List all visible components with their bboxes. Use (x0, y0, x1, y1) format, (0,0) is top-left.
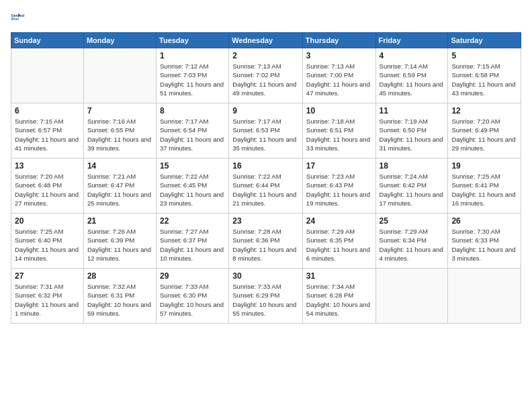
day-info: Sunrise: 7:24 AM Sunset: 6:42 PM Dayligh… (380, 172, 445, 208)
day-cell: 23Sunrise: 7:28 AM Sunset: 6:36 PM Dayli… (229, 214, 303, 269)
day-cell: 15Sunrise: 7:22 AM Sunset: 6:45 PM Dayli… (157, 158, 229, 214)
day-number: 18 (380, 161, 445, 171)
day-number: 29 (160, 271, 225, 281)
day-cell: 30Sunrise: 7:33 AM Sunset: 6:29 PM Dayli… (229, 269, 303, 324)
day-cell: 16Sunrise: 7:22 AM Sunset: 6:44 PM Dayli… (229, 158, 303, 214)
day-cell: 24Sunrise: 7:29 AM Sunset: 6:35 PM Dayli… (302, 214, 375, 269)
day-number: 22 (160, 216, 225, 226)
week-row-4: 27Sunrise: 7:31 AM Sunset: 6:32 PM Dayli… (11, 269, 521, 324)
day-number: 5 (451, 51, 517, 60)
day-info: Sunrise: 7:17 AM Sunset: 6:53 PM Dayligh… (232, 117, 299, 152)
day-info: Sunrise: 7:22 AM Sunset: 6:44 PM Dayligh… (232, 172, 299, 208)
day-number: 14 (87, 161, 152, 171)
day-cell: 2Sunrise: 7:13 AM Sunset: 7:02 PM Daylig… (229, 48, 303, 103)
day-cell: 6Sunrise: 7:15 AM Sunset: 6:57 PM Daylig… (11, 103, 84, 158)
day-info: Sunrise: 7:31 AM Sunset: 6:32 PM Dayligh… (15, 282, 80, 318)
header-cell-friday: Friday (375, 33, 448, 48)
day-cell: 29Sunrise: 7:33 AM Sunset: 6:30 PM Dayli… (157, 269, 229, 324)
logo-icon: General Blue (11, 8, 30, 27)
day-cell (448, 269, 521, 324)
header-cell-sunday: Sunday (11, 33, 84, 48)
day-cell: 3Sunrise: 7:13 AM Sunset: 7:00 PM Daylig… (302, 48, 375, 103)
day-number: 10 (306, 106, 372, 116)
day-cell (375, 269, 448, 324)
day-number: 25 (380, 216, 445, 226)
day-cell (83, 48, 156, 103)
day-info: Sunrise: 7:18 AM Sunset: 6:51 PM Dayligh… (306, 117, 372, 152)
day-number: 23 (232, 216, 299, 226)
day-number: 28 (87, 271, 152, 281)
day-number: 26 (451, 216, 517, 226)
day-number: 1 (160, 51, 225, 60)
day-cell: 12Sunrise: 7:20 AM Sunset: 6:49 PM Dayli… (448, 103, 521, 158)
day-cell: 21Sunrise: 7:26 AM Sunset: 6:39 PM Dayli… (83, 214, 156, 269)
day-info: Sunrise: 7:12 AM Sunset: 7:03 PM Dayligh… (160, 62, 225, 97)
day-number: 6 (15, 106, 80, 116)
day-cell: 8Sunrise: 7:17 AM Sunset: 6:54 PM Daylig… (157, 103, 229, 158)
day-number: 21 (87, 216, 152, 226)
day-info: Sunrise: 7:25 AM Sunset: 6:41 PM Dayligh… (451, 172, 517, 208)
header-cell-saturday: Saturday (448, 33, 521, 48)
day-info: Sunrise: 7:16 AM Sunset: 6:55 PM Dayligh… (87, 117, 152, 152)
week-row-0: 1Sunrise: 7:12 AM Sunset: 7:03 PM Daylig… (11, 48, 521, 103)
day-cell: 20Sunrise: 7:25 AM Sunset: 6:40 PM Dayli… (11, 214, 84, 269)
day-info: Sunrise: 7:13 AM Sunset: 7:00 PM Dayligh… (306, 62, 372, 97)
day-cell: 11Sunrise: 7:19 AM Sunset: 6:50 PM Dayli… (375, 103, 448, 158)
day-cell: 10Sunrise: 7:18 AM Sunset: 6:51 PM Dayli… (302, 103, 375, 158)
day-info: Sunrise: 7:14 AM Sunset: 6:59 PM Dayligh… (380, 62, 445, 97)
day-number: 3 (306, 51, 372, 60)
day-cell: 19Sunrise: 7:25 AM Sunset: 6:41 PM Dayli… (448, 158, 521, 214)
header-row: SundayMondayTuesdayWednesdayThursdayFrid… (11, 33, 521, 48)
day-cell: 22Sunrise: 7:27 AM Sunset: 6:37 PM Dayli… (157, 214, 229, 269)
day-info: Sunrise: 7:32 AM Sunset: 6:31 PM Dayligh… (87, 282, 152, 318)
header-cell-tuesday: Tuesday (157, 33, 229, 48)
day-info: Sunrise: 7:15 AM Sunset: 6:58 PM Dayligh… (451, 62, 517, 97)
day-info: Sunrise: 7:34 AM Sunset: 6:28 PM Dayligh… (306, 282, 372, 318)
day-info: Sunrise: 7:17 AM Sunset: 6:54 PM Dayligh… (160, 117, 225, 152)
day-info: Sunrise: 7:27 AM Sunset: 6:37 PM Dayligh… (160, 227, 225, 263)
day-info: Sunrise: 7:20 AM Sunset: 6:48 PM Dayligh… (15, 172, 80, 208)
calendar-header: SundayMondayTuesdayWednesdayThursdayFrid… (11, 33, 521, 48)
day-info: Sunrise: 7:30 AM Sunset: 6:33 PM Dayligh… (451, 227, 517, 263)
day-number: 20 (15, 216, 80, 226)
day-cell: 31Sunrise: 7:34 AM Sunset: 6:28 PM Dayli… (302, 269, 375, 324)
calendar-body: 1Sunrise: 7:12 AM Sunset: 7:03 PM Daylig… (11, 48, 521, 324)
day-number: 12 (451, 106, 517, 116)
day-number: 30 (232, 271, 299, 281)
day-info: Sunrise: 7:20 AM Sunset: 6:49 PM Dayligh… (451, 117, 517, 152)
header: General Blue (11, 8, 521, 27)
day-info: Sunrise: 7:21 AM Sunset: 6:47 PM Dayligh… (87, 172, 152, 208)
day-info: Sunrise: 7:29 AM Sunset: 6:35 PM Dayligh… (306, 227, 372, 263)
day-number: 19 (451, 161, 517, 171)
day-cell: 17Sunrise: 7:23 AM Sunset: 6:43 PM Dayli… (302, 158, 375, 214)
day-info: Sunrise: 7:33 AM Sunset: 6:30 PM Dayligh… (160, 282, 225, 318)
day-cell: 28Sunrise: 7:32 AM Sunset: 6:31 PM Dayli… (83, 269, 156, 324)
day-number: 4 (380, 51, 445, 60)
day-cell: 7Sunrise: 7:16 AM Sunset: 6:55 PM Daylig… (83, 103, 156, 158)
day-info: Sunrise: 7:28 AM Sunset: 6:36 PM Dayligh… (232, 227, 299, 263)
day-number: 8 (160, 106, 225, 116)
day-number: 24 (306, 216, 372, 226)
day-number: 2 (232, 51, 299, 60)
calendar-table: SundayMondayTuesdayWednesdayThursdayFrid… (11, 32, 521, 324)
week-row-1: 6Sunrise: 7:15 AM Sunset: 6:57 PM Daylig… (11, 103, 521, 158)
day-number: 11 (380, 106, 445, 116)
day-info: Sunrise: 7:25 AM Sunset: 6:40 PM Dayligh… (15, 227, 80, 263)
day-number: 9 (232, 106, 299, 116)
day-info: Sunrise: 7:23 AM Sunset: 6:43 PM Dayligh… (306, 172, 372, 208)
day-info: Sunrise: 7:15 AM Sunset: 6:57 PM Dayligh… (15, 117, 80, 152)
day-info: Sunrise: 7:29 AM Sunset: 6:34 PM Dayligh… (380, 227, 445, 263)
day-info: Sunrise: 7:26 AM Sunset: 6:39 PM Dayligh… (87, 227, 152, 263)
svg-text:Blue: Blue (11, 17, 19, 21)
day-number: 17 (306, 161, 372, 171)
day-cell: 27Sunrise: 7:31 AM Sunset: 6:32 PM Dayli… (11, 269, 84, 324)
day-number: 13 (15, 161, 80, 171)
logo: General Blue (11, 8, 30, 27)
day-number: 15 (160, 161, 225, 171)
day-info: Sunrise: 7:33 AM Sunset: 6:29 PM Dayligh… (232, 282, 299, 318)
day-number: 31 (306, 271, 372, 281)
day-cell: 14Sunrise: 7:21 AM Sunset: 6:47 PM Dayli… (83, 158, 156, 214)
day-cell: 4Sunrise: 7:14 AM Sunset: 6:59 PM Daylig… (375, 48, 448, 103)
day-cell: 9Sunrise: 7:17 AM Sunset: 6:53 PM Daylig… (229, 103, 303, 158)
day-cell (11, 48, 84, 103)
